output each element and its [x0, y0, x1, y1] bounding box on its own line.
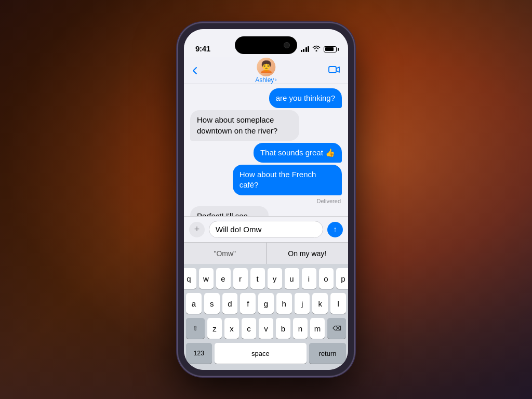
key-h[interactable]: h — [276, 293, 292, 314]
key-i[interactable]: i — [302, 268, 316, 289]
key-n[interactable]: n — [293, 318, 308, 339]
send-button[interactable]: ↑ — [327, 222, 343, 237]
battery-fill — [325, 47, 334, 51]
key-x[interactable]: x — [224, 318, 239, 339]
delivered-label: Delivered — [190, 198, 342, 204]
key-d[interactable]: d — [222, 293, 238, 314]
signal-bar-3 — [305, 47, 307, 52]
message-bubble-received: How about someplace downtown on the rive… — [190, 110, 299, 141]
dynamic-island — [235, 36, 297, 54]
message-text: are you thinking? — [276, 94, 335, 102]
signal-bar-1 — [301, 50, 302, 52]
signal-bar-2 — [303, 49, 304, 52]
nav-bar: 🧑‍🦱 Ashley › — [184, 57, 348, 84]
key-w[interactable]: w — [199, 268, 214, 289]
keyboard: q w e r t y u i o p a s d f g — [184, 264, 348, 370]
keyboard-row-2: a s d f g h j k l — [186, 293, 346, 314]
keyboard-row-4: 123 space return — [186, 343, 346, 364]
key-delete[interactable]: ⌫ — [327, 318, 346, 339]
signal-bars — [301, 46, 310, 52]
key-z[interactable]: z — [207, 318, 222, 339]
key-k[interactable]: k — [312, 293, 328, 314]
key-q[interactable]: q — [184, 268, 196, 289]
message-row: Perfect! I'll see you there at 10:30. 👍 — [190, 206, 342, 217]
autocomplete-on-my-way[interactable]: On my way! — [267, 243, 349, 264]
key-e[interactable]: e — [216, 268, 231, 289]
message-text: Perfect! I'll see you there at 10:30. — [197, 211, 262, 217]
contact-name: Ashley › — [255, 76, 276, 84]
key-u[interactable]: u — [285, 268, 299, 289]
message-bubble-received: Perfect! I'll see you there at 10:30. — [190, 206, 269, 217]
message-text: How about someplace downtown on the rive… — [197, 115, 277, 135]
key-a[interactable]: a — [186, 293, 202, 314]
status-icons — [301, 45, 337, 53]
message-row: That sounds great 👍 — [190, 143, 342, 163]
autocomplete-bar: "Omw" On my way! — [184, 242, 348, 264]
key-c[interactable]: c — [242, 318, 256, 339]
key-y[interactable]: y — [268, 268, 282, 289]
key-space[interactable]: space — [215, 343, 307, 364]
status-time: 9:41 — [195, 44, 210, 53]
camera-dot — [284, 42, 290, 48]
message-row: How about someplace downtown on the rive… — [190, 110, 342, 141]
key-l[interactable]: l — [330, 293, 346, 314]
phone-body: 9:41 — [178, 23, 354, 376]
key-o[interactable]: o — [319, 268, 334, 289]
svg-rect-0 — [329, 66, 336, 73]
message-row: are you thinking? — [190, 88, 342, 108]
video-call-button[interactable] — [328, 64, 340, 76]
input-bar: + Will do! Omw ↑ — [184, 216, 348, 242]
message-bubble-sent: are you thinking? — [269, 88, 342, 108]
key-r[interactable]: r — [233, 268, 248, 289]
keyboard-row-1: q w e r t y u i o p — [186, 268, 346, 289]
phone-frame: 9:41 — [178, 23, 354, 376]
send-icon: ↑ — [334, 225, 337, 233]
message-row: How about the French café? — [190, 165, 342, 195]
key-p[interactable]: p — [336, 268, 349, 289]
contact-avatar: 🧑‍🦱 — [257, 58, 275, 76]
key-m[interactable]: m — [310, 318, 325, 339]
message-bubble-sent: That sounds great 👍 — [254, 143, 342, 163]
key-b[interactable]: b — [276, 318, 290, 339]
signal-bar-4 — [308, 46, 309, 52]
key-return[interactable]: return — [309, 343, 346, 364]
key-s[interactable]: s — [204, 293, 220, 314]
key-f[interactable]: f — [240, 293, 256, 314]
nav-contact[interactable]: 🧑‍🦱 Ashley › — [255, 58, 276, 84]
key-numbers[interactable]: 123 — [186, 343, 212, 364]
autocomplete-omw[interactable]: "Omw" — [184, 243, 267, 264]
phone-screen: 9:41 — [184, 29, 348, 370]
input-value: Will do! Omw — [216, 225, 261, 234]
battery-icon — [324, 46, 337, 52]
key-g[interactable]: g — [258, 293, 274, 314]
message-input[interactable]: Will do! Omw — [209, 221, 323, 238]
messages-area: are you thinking? How about someplace do… — [184, 84, 348, 216]
back-button[interactable] — [192, 66, 197, 75]
key-shift[interactable]: ⇧ — [186, 318, 205, 339]
wifi-icon — [312, 45, 321, 53]
key-j[interactable]: j — [295, 293, 310, 314]
message-bubble-sent: How about the French café? — [233, 165, 342, 195]
key-t[interactable]: t — [250, 268, 265, 289]
message-text: How about the French café? — [240, 170, 316, 189]
message-text: That sounds great 👍 — [260, 148, 335, 157]
keyboard-row-3: ⇧ z x c v b n m ⌫ — [186, 318, 346, 339]
key-v[interactable]: v — [259, 318, 273, 339]
plus-button[interactable]: + — [189, 222, 205, 237]
